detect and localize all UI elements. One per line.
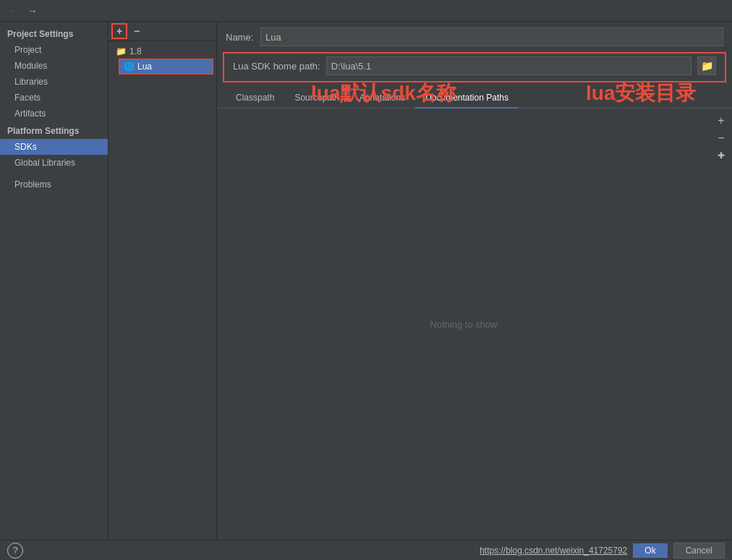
sdk-tree: 📁 1.8 🌐 Lua <box>108 41 216 540</box>
sidebar: Project Settings Project Modules Librari… <box>0 22 108 540</box>
sdk-icon: 🌐 <box>124 61 135 72</box>
name-row: Name: <box>217 22 732 52</box>
help-button[interactable]: ? <box>7 543 23 559</box>
blog-link[interactable]: https://blog.csdn.net/weixin_41725792 <box>480 546 627 556</box>
more-path-button[interactable]: ✚ <box>713 148 729 164</box>
tab-sourcepath[interactable]: Sourcepath <box>284 88 349 109</box>
tabs-row: Classpath Sourcepath Annotations Documen… <box>217 88 732 109</box>
top-bar: ← → <box>0 0 732 22</box>
sidebar-item-artifacts[interactable]: Artifacts <box>0 106 108 122</box>
bottom-right: https://blog.csdn.net/weixin_41725792 Ok… <box>480 543 725 559</box>
remove-sdk-button[interactable]: − <box>129 23 145 39</box>
back-button[interactable]: ← <box>6 3 22 19</box>
name-input[interactable] <box>260 27 723 46</box>
add-path-button[interactable]: + <box>713 113 729 129</box>
tab-content: Nothing to show + − ✚ <box>217 109 732 540</box>
sdk-toolbar: + − <box>108 22 216 41</box>
sidebar-item-problems[interactable]: Problems <box>0 177 108 192</box>
sidebar-item-global-libraries[interactable]: Global Libraries <box>0 155 108 171</box>
tab-main: Nothing to show <box>217 109 710 540</box>
side-actions: + − ✚ <box>710 109 732 540</box>
platform-settings-title: Platform Settings <box>0 122 108 139</box>
forward-button[interactable]: → <box>25 3 41 19</box>
project-settings-title: Project Settings <box>0 25 108 42</box>
path-input[interactable] <box>326 56 691 75</box>
sidebar-item-modules[interactable]: Modules <box>0 58 108 74</box>
sdk-tree-item-lua[interactable]: 🌐 Lua <box>119 59 213 75</box>
sdk-tree-item-18[interactable]: 📁 1.8 <box>111 44 213 59</box>
path-row: Lua SDK home path: 📁 <box>223 52 726 82</box>
sidebar-item-libraries[interactable]: Libraries <box>0 74 108 90</box>
remove-path-button[interactable]: − <box>713 130 729 146</box>
right-content: Name: Lua SDK home path: 📁 Classpath Sou… <box>217 22 732 540</box>
add-sdk-button[interactable]: + <box>111 23 127 39</box>
path-label: Lua SDK home path: <box>233 61 320 72</box>
main-content: Project Settings Project Modules Librari… <box>0 22 732 540</box>
browse-button[interactable]: 📁 <box>697 56 716 75</box>
tab-documentation[interactable]: Documentation Paths <box>415 88 519 109</box>
bottom-bar: ? https://blog.csdn.net/weixin_41725792 … <box>0 540 732 560</box>
browse-icon: 📁 <box>701 60 713 72</box>
tab-classpath[interactable]: Classpath <box>226 88 284 109</box>
nothing-to-show-text: Nothing to show <box>430 319 497 330</box>
sdk-tree-item-lua-label: Lua <box>137 61 152 72</box>
sidebar-item-sdks[interactable]: SDKs <box>0 139 108 155</box>
tab-annotations[interactable]: Annotations <box>349 88 415 109</box>
sidebar-item-facets[interactable]: Facets <box>0 90 108 106</box>
sdk-tree-item-18-label: 1.8 <box>129 46 142 56</box>
sdk-panel: + − 📁 1.8 🌐 Lua <box>108 22 217 540</box>
folder-icon: 📁 <box>116 46 127 56</box>
cancel-button[interactable]: Cancel <box>673 543 725 559</box>
sidebar-item-project[interactable]: Project <box>0 42 108 58</box>
name-label: Name: <box>226 32 255 43</box>
ok-button[interactable]: Ok <box>633 543 667 558</box>
